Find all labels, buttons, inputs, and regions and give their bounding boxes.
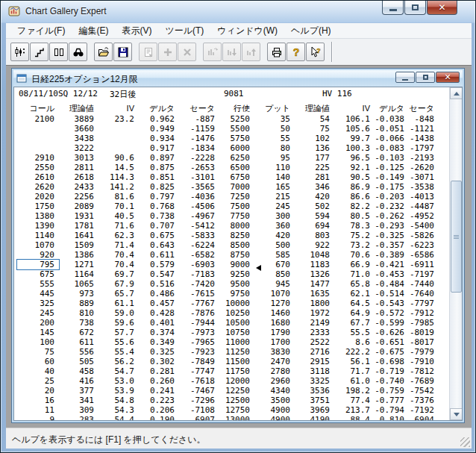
table-cell[interactable]: 11	[17, 405, 59, 415]
table-cell[interactable]: 95	[254, 153, 295, 163]
table-cell[interactable]: 0.797	[139, 192, 179, 201]
table-cell[interactable]	[17, 143, 59, 153]
table-cell[interactable]: 0.302	[139, 357, 179, 366]
table-cell[interactable]: -2228	[179, 153, 219, 163]
table-cell[interactable]: 0.934	[139, 134, 179, 143]
table-cell[interactable]: -6911	[409, 260, 439, 269]
table-cell[interactable]: -4487	[409, 201, 439, 211]
table-cell[interactable]: 2610	[17, 172, 59, 182]
table-cell[interactable]: 0.579	[139, 260, 179, 269]
table-cell[interactable]: 102	[295, 134, 334, 143]
table-cell[interactable]: -7618	[179, 376, 219, 386]
table-cell[interactable]: 7000	[219, 182, 254, 192]
table-cell[interactable]: -7944	[179, 318, 219, 328]
table-cell[interactable]: -7689	[409, 376, 439, 386]
table-cell[interactable]: 198.2	[334, 386, 375, 396]
table-cell[interactable]: 0.547	[139, 269, 179, 279]
table-cell[interactable]: 0.917	[139, 143, 179, 153]
table-cell[interactable]: 2811	[59, 163, 98, 172]
table-cell[interactable]: 4900	[254, 415, 295, 420]
table-cell[interactable]: 0.962	[139, 114, 179, 124]
print-button[interactable]	[267, 43, 286, 61]
table-cell[interactable]: 0.851	[139, 172, 179, 182]
table-cell[interactable]: 222.2	[334, 347, 375, 357]
vertical-scrollbar[interactable]	[449, 87, 462, 420]
table-cell[interactable]: -6907	[179, 415, 219, 420]
table-cell[interactable]: 88.4	[334, 415, 375, 420]
scroll-up-button[interactable]	[450, 87, 463, 99]
table-cell[interactable]: 60	[17, 357, 59, 366]
table-cell[interactable]: -8017	[409, 337, 439, 347]
table-cell[interactable]: -3071	[409, 172, 439, 182]
table-cell[interactable]: 54.3	[98, 405, 139, 415]
maximize-button[interactable]	[404, 1, 426, 15]
table-cell[interactable]: 0.241	[139, 386, 179, 396]
table-cell[interactable]: -0.514	[375, 289, 409, 299]
table-cell[interactable]	[17, 124, 59, 134]
table-cell[interactable]: -2620	[409, 163, 439, 172]
table-cell[interactable]: 4190	[295, 415, 334, 420]
table-cell[interactable]: 55	[254, 134, 295, 143]
table-cell[interactable]: 12500	[219, 396, 254, 405]
table-cell[interactable]: 1700	[254, 337, 295, 347]
table-cell[interactable]: -4506	[179, 201, 219, 211]
table-cell[interactable]: -7376	[409, 396, 439, 405]
table-cell[interactable]: -7440	[409, 279, 439, 289]
table-cell[interactable]: 2149	[295, 318, 334, 328]
table-cell[interactable]: -0.325	[375, 231, 409, 240]
table-cell[interactable]: 810	[59, 308, 98, 318]
table-cell[interactable]	[98, 124, 139, 134]
table-cell[interactable]: 7250	[219, 192, 254, 201]
table-cell[interactable]: 1326	[295, 269, 334, 279]
child-minimize-button[interactable]	[395, 72, 415, 83]
table-cell[interactable]: 110	[254, 163, 295, 172]
table-cell[interactable]: 1183	[295, 260, 334, 269]
table-cell[interactable]: 100	[17, 337, 59, 347]
table-cell[interactable]: 245	[254, 201, 295, 211]
table-cell[interactable]: 6500	[219, 163, 254, 172]
table-cell[interactable]: 11500	[219, 357, 254, 366]
table-cell[interactable]: 1270	[254, 299, 295, 308]
table-cell[interactable]: 945	[254, 279, 295, 289]
table-cell[interactable]: 300	[254, 211, 295, 221]
table-cell[interactable]: 25	[17, 376, 59, 386]
table-cell[interactable]: 5250	[219, 114, 254, 124]
table-cell[interactable]: -5826	[409, 231, 439, 240]
table-cell[interactable]: 0.325	[139, 347, 179, 357]
table-cell[interactable]: -3565	[179, 182, 219, 192]
table-cell[interactable]: -6223	[409, 240, 439, 250]
table-cell[interactable]: -1834	[179, 143, 219, 153]
table-cell[interactable]: 9000	[219, 260, 254, 269]
table-cell[interactable]: 341	[59, 396, 98, 405]
table-cell[interactable]: 75	[17, 347, 59, 357]
table-cell[interactable]: 281	[295, 172, 334, 182]
table-cell[interactable]: 1070	[17, 240, 59, 250]
table-cell[interactable]: 50	[254, 124, 295, 134]
table-cell[interactable]: -6582	[179, 250, 219, 260]
table-cell[interactable]: 420	[295, 192, 334, 201]
minimize-button[interactable]	[382, 1, 404, 15]
menu-edit[interactable]: 編集(E)	[72, 23, 115, 39]
table-cell[interactable]: 14.5	[98, 163, 139, 172]
table-cell[interactable]: 8000	[219, 221, 254, 231]
table-cell[interactable]: 92.1	[334, 163, 375, 172]
table-cell[interactable]: -0.389	[375, 250, 409, 260]
table-cell[interactable]: 1390	[17, 221, 59, 231]
table-cell[interactable]: 54.7	[98, 366, 139, 376]
table-cell[interactable]: 0.457	[139, 299, 179, 308]
child-close-button[interactable]: ✕	[436, 72, 460, 83]
table-cell[interactable]: 12750	[219, 405, 254, 415]
table-cell[interactable]: 0.949	[139, 124, 179, 134]
column-chart-button[interactable]	[49, 43, 68, 61]
table-cell[interactable]: -7985	[409, 318, 439, 328]
table-cell[interactable]: 0.643	[139, 240, 179, 250]
table-cell[interactable]: -0.599	[375, 318, 409, 328]
table-cell[interactable]: 73.2	[334, 240, 375, 250]
table-cell[interactable]: 0.401	[139, 318, 179, 328]
table-cell[interactable]: 64.5	[334, 299, 375, 308]
table-cell[interactable]: 177	[295, 153, 334, 163]
table-cell[interactable]: 0.825	[139, 182, 179, 192]
table-cell[interactable]: 738	[59, 318, 98, 328]
table-cell[interactable]: 8.6	[334, 337, 375, 347]
table-cell[interactable]: 2522	[295, 337, 334, 347]
